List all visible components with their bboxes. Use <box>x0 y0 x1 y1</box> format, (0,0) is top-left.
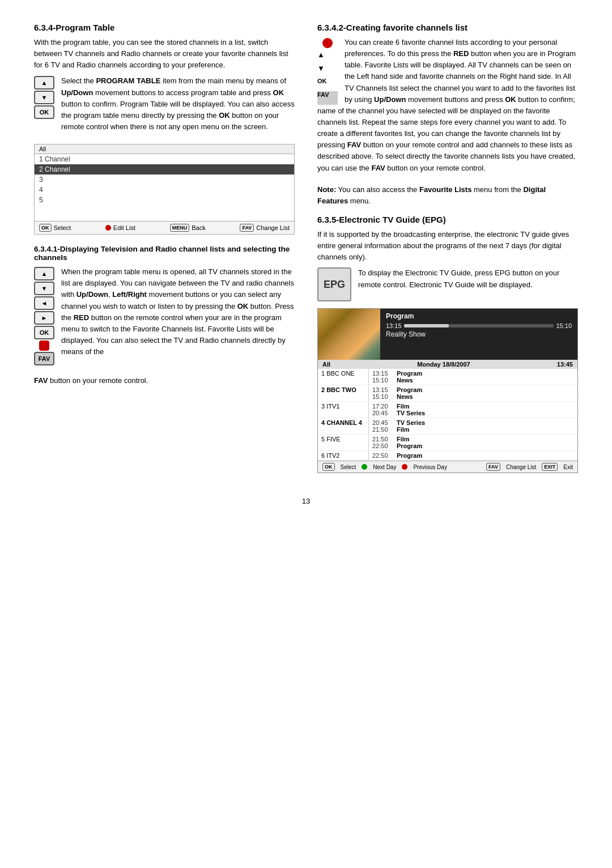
epg-row-itv2: 6 ITV2 22:50Program <box>318 451 577 461</box>
epg-chan-itv2: 6 ITV2 <box>318 451 369 460</box>
btn-red-fav[interactable] <box>322 38 333 48</box>
epg-footer-right: FAV Change List EXIT Exit <box>486 463 573 471</box>
exit-icon-epg: EXIT <box>542 463 558 471</box>
btn-up-fav[interactable]: ▲ <box>317 50 338 64</box>
epg-time-start: 13:15 <box>386 322 402 329</box>
edit-label: Edit List <box>113 224 135 231</box>
program-table-instructions: ▲ ▼ OK Select the PROGRAM TABLE item fro… <box>34 75 295 137</box>
fav-icon-epg: FAV <box>486 463 500 471</box>
remote-full-icon: ▲ ▼ ◄ ► OK FAV <box>34 266 54 366</box>
footer-select: OK Select <box>39 224 71 232</box>
epg-chan-bbc2: 2 BBC TWO <box>318 385 369 401</box>
epg-chan-five: 5 FIVE <box>318 435 369 450</box>
section-634-title: 6.3.4-Program Table <box>34 23 295 32</box>
section-6341-text: When the program table menu is opened, a… <box>34 266 295 358</box>
epg-sched-line: 13:15Program <box>372 370 574 377</box>
btn-down-fav[interactable]: ▼ <box>317 64 338 78</box>
section-6342-title: 6.3.4.2-Creating favorite channels list <box>317 23 578 32</box>
epg-all-label: All <box>322 361 330 368</box>
epg-sched-bbc1: 13:15Program 15:10News <box>369 369 577 385</box>
btn-right[interactable]: ► <box>34 311 54 325</box>
epg-select-label: Select <box>341 464 356 470</box>
epg-description: To display the Electronic TV Guide, pres… <box>317 267 578 290</box>
btn-red[interactable] <box>39 341 49 351</box>
fav-icon: FAV <box>240 224 254 232</box>
epg-preview-row: Program 13:15 15:10 Reality Show <box>318 309 577 360</box>
section-6341-fav-text: FAV button on your remote control. <box>34 375 295 386</box>
epg-sched-line: 15:10News <box>372 377 574 384</box>
epg-sched-line: 20:45TV Series <box>372 410 574 416</box>
epg-sched-channel4: 20:45TV Series 21:50Film <box>369 418 577 434</box>
epg-sched-five: 21:50Film 22:50Program <box>369 435 577 450</box>
epg-row-channel4: 4 CHANNEL 4 20:45TV Series 21:50Film <box>318 418 577 435</box>
epg-footer: OK Select Next Day Previous Day FAV Chan… <box>318 461 577 473</box>
epg-progress-bar <box>404 324 554 327</box>
footer-back: MENU Back <box>170 224 206 232</box>
footer-edit: Edit List <box>105 224 135 232</box>
btn-fav-2[interactable]: FAV <box>317 91 338 105</box>
program-table-box: All 1 Channel 2 Channel 3 4 5 OK Select … <box>34 144 295 235</box>
page-number: 13 <box>34 497 578 505</box>
remote-nav-icon: ▲ ▼ OK <box>34 75 54 120</box>
select-label: Select <box>54 224 71 231</box>
epg-preview-info: Program 13:15 15:10 Reality Show <box>380 309 577 360</box>
epg-chan-itv1: 3 ITV1 <box>318 402 369 418</box>
green-dot-icon <box>362 464 367 470</box>
btn-ok[interactable]: OK <box>34 105 54 119</box>
epg-sched-line: 22:50Program <box>372 452 574 459</box>
epg-time-now: 13:45 <box>557 361 573 368</box>
epg-exit: Exit <box>563 464 573 470</box>
epg-row-five: 5 FIVE 21:50Film 22:50Program <box>318 435 577 451</box>
epg-change-list: Change List <box>506 464 536 470</box>
epg-sched-line: 13:15Program <box>372 386 574 393</box>
epg-next-day: Next Day <box>373 464 396 470</box>
epg-row-bbc1: 1 BBC ONE 13:15Program 15:10News <box>318 369 577 385</box>
epg-preview-show: Reality Show <box>386 330 572 338</box>
right-column: 6.3.4.2-Creating favorite channels list … <box>317 23 578 480</box>
channel-row-2: 2 Channel <box>35 164 294 175</box>
epg-time-end: 15:10 <box>556 322 572 329</box>
section-6342-content: ▲ ▼ OK FAV You can create 6 favorite cha… <box>317 37 578 178</box>
section-635-title: 6.3.5-Electronic TV Guide (EPG) <box>317 215 578 224</box>
back-label: Back <box>192 224 205 231</box>
epg-thumbnail <box>318 309 380 360</box>
channel-row-4: 4 <box>35 185 294 195</box>
epg-sched-line: 22:50Program <box>372 442 574 449</box>
left-column: 6.3.4-Program Table With the program tab… <box>34 23 295 480</box>
section-635-text1: If it is supported by the broadcasting e… <box>317 229 578 263</box>
menu-icon: MENU <box>170 224 190 232</box>
program-table-footer: OK Select Edit List MENU Back FAV Change… <box>35 221 294 234</box>
channel-row-1: 1 Channel <box>35 154 294 164</box>
footer-change: FAV Change List <box>240 224 290 232</box>
epg-chan-channel4: 4 CHANNEL 4 <box>318 418 369 434</box>
epg-row-itv1: 3 ITV1 17:20Film 20:45TV Series <box>318 402 577 418</box>
btn-up[interactable]: ▲ <box>34 76 54 90</box>
epg-progress-fill <box>404 324 449 327</box>
epg-screen: Program 13:15 15:10 Reality Show All Mon… <box>317 308 578 473</box>
btn-down-2[interactable]: ▼ <box>34 282 54 295</box>
epg-sched-line: 15:10News <box>372 393 574 400</box>
btn-up-2[interactable]: ▲ <box>34 267 54 280</box>
btn-ok-fav[interactable]: OK <box>317 78 338 91</box>
epg-sched-bbc2: 13:15Program 15:10News <box>369 385 577 401</box>
epg-preview-time: 13:15 15:10 <box>386 322 572 329</box>
btn-left[interactable]: ◄ <box>34 296 54 310</box>
ok-icon-epg: OK <box>322 463 335 471</box>
change-label: Change List <box>256 224 290 231</box>
btn-fav[interactable]: FAV <box>34 352 54 365</box>
epg-row-bbc2: 2 BBC TWO 13:15Program 15:10News <box>318 385 577 402</box>
epg-button-icon: EPG <box>317 267 351 301</box>
epg-preview-title: Program <box>386 312 572 320</box>
epg-date-header: All Monday 18/8/2007 13:45 <box>318 360 577 369</box>
epg-section: EPG To display the Electronic TV Guide, … <box>317 267 578 301</box>
epg-prev-day: Previous Day <box>413 464 447 470</box>
epg-date: Monday 18/8/2007 <box>417 361 470 368</box>
epg-sched-itv1: 17:20Film 20:45TV Series <box>369 402 577 418</box>
btn-ok-2[interactable]: OK <box>34 326 54 339</box>
section-6342-text: You can create 6 favorite channel lists … <box>317 37 578 174</box>
channel-row-3: 3 <box>35 175 294 185</box>
fav-remote-group: ▲ ▼ OK FAV <box>317 37 338 105</box>
red-dot-icon-2 <box>402 464 407 470</box>
btn-down[interactable]: ▼ <box>34 91 54 104</box>
epg-sched-line: 20:45TV Series <box>372 419 574 426</box>
